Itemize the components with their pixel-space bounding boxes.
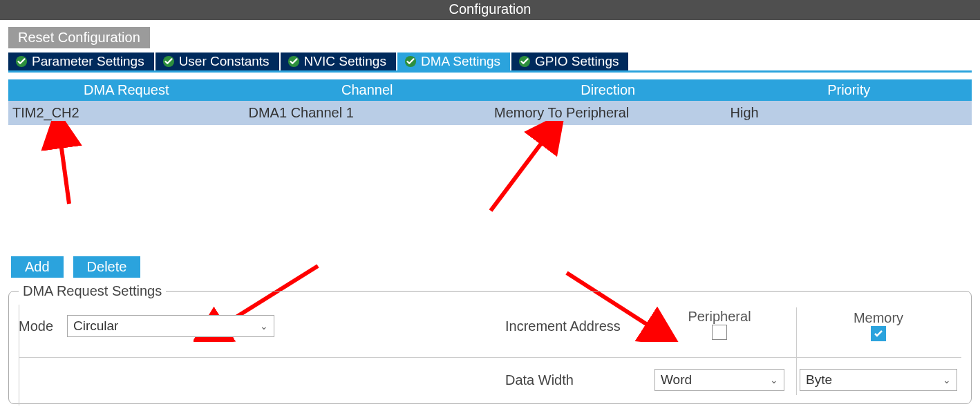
vertical-divider xyxy=(796,307,797,395)
mode-select[interactable]: Circular ⌄ xyxy=(67,315,274,337)
tab-parameter-settings[interactable]: Parameter Settings xyxy=(8,52,154,70)
title-bar: Configuration xyxy=(0,0,980,20)
chevron-down-icon: ⌄ xyxy=(260,321,268,332)
increment-memory-checkbox[interactable] xyxy=(871,326,886,341)
mode-label: Mode xyxy=(19,318,60,334)
tab-bar: Parameter Settings User Constants NVIC S… xyxy=(0,52,980,70)
data-width-peripheral-value: Word xyxy=(661,372,692,388)
table-header-row: DMA Request Channel Direction Priority xyxy=(8,79,972,101)
col-header-priority[interactable]: Priority xyxy=(726,79,972,101)
cell-priority[interactable]: High xyxy=(726,101,972,125)
content-area: DMA Request Channel Direction Priority T… xyxy=(0,73,980,412)
cell-direction[interactable]: Memory To Peripheral xyxy=(490,101,726,125)
table-row[interactable]: TIM2_CH2 DMA1 Channel 1 Memory To Periph… xyxy=(8,101,972,125)
data-width-label: Data Width xyxy=(505,372,643,388)
increment-peripheral-checkbox[interactable] xyxy=(712,325,727,340)
col-header-channel[interactable]: Channel xyxy=(245,79,490,101)
tab-dma-settings[interactable]: DMA Settings xyxy=(397,52,510,70)
tab-label: NVIC Settings xyxy=(304,54,386,69)
increment-address-label: Increment Address xyxy=(505,318,643,334)
reset-configuration-button[interactable]: Reset Configuration xyxy=(8,27,150,48)
toolbar: Reset Configuration xyxy=(0,20,980,52)
tab-label: GPIO Settings xyxy=(535,54,619,69)
settings-legend: DMA Request Settings xyxy=(19,283,166,299)
dma-table: DMA Request Channel Direction Priority T… xyxy=(8,79,972,125)
title-text: Configuration xyxy=(449,1,531,17)
tab-nvic-settings[interactable]: NVIC Settings xyxy=(281,52,396,70)
chevron-down-icon: ⌄ xyxy=(770,374,778,385)
tab-label: User Constants xyxy=(179,54,270,69)
data-width-memory-value: Byte xyxy=(806,372,832,388)
data-width-memory-select[interactable]: Byte ⌄ xyxy=(800,369,957,391)
delete-button[interactable]: Delete xyxy=(73,256,141,278)
peripheral-column-header: Peripheral xyxy=(650,309,789,343)
check-icon xyxy=(404,55,417,68)
tab-gpio-settings[interactable]: GPIO Settings xyxy=(511,52,628,70)
check-icon xyxy=(15,55,28,68)
check-icon xyxy=(162,55,175,68)
col-header-direction[interactable]: Direction xyxy=(490,79,726,101)
memory-column-header: Memory xyxy=(795,310,961,343)
col-header-dma-request[interactable]: DMA Request xyxy=(8,79,245,101)
add-button[interactable]: Add xyxy=(11,256,64,278)
check-icon xyxy=(518,55,531,68)
tab-user-constants[interactable]: User Constants xyxy=(156,52,279,70)
cell-channel[interactable]: DMA1 Channel 1 xyxy=(245,101,490,125)
mode-value: Circular xyxy=(73,318,118,334)
data-width-peripheral-select[interactable]: Word ⌄ xyxy=(654,369,784,391)
tab-label: DMA Settings xyxy=(421,54,500,69)
tab-label: Parameter Settings xyxy=(32,54,144,69)
check-icon xyxy=(288,55,300,68)
chevron-down-icon: ⌄ xyxy=(943,374,951,385)
dma-request-settings-group: DMA Request Settings Mode Circular ⌄ Inc… xyxy=(8,283,972,404)
table-action-buttons: Add Delete xyxy=(8,256,972,283)
cell-dma-request[interactable]: TIM2_CH2 xyxy=(8,101,245,125)
